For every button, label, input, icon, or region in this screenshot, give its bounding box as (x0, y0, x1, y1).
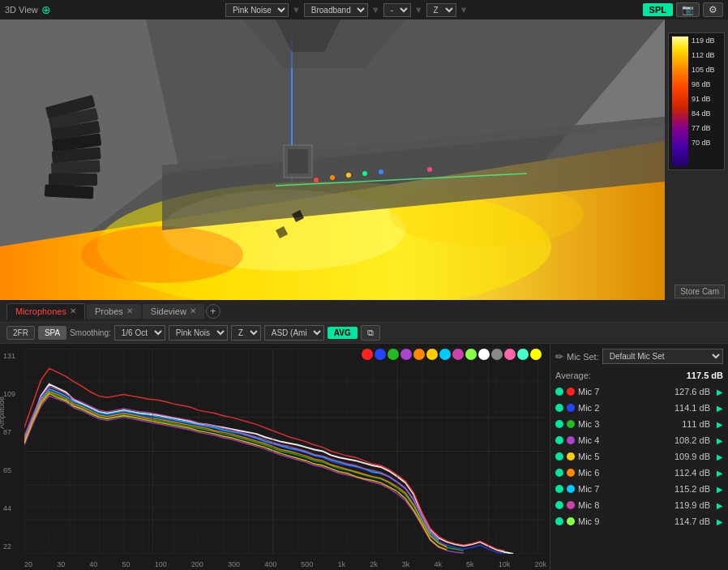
mic-color-dot-6 (567, 485, 575, 493)
x-label-10k: 10k (499, 560, 511, 568)
mic-name-4: Mic 5 (578, 452, 671, 461)
svg-point-24 (427, 167, 432, 172)
mic-row-6[interactable]: Mic 7 115.2 dB ▶ (555, 482, 723, 495)
source-select-bottom[interactable]: Pink Nois (169, 325, 228, 341)
mic-active-dot-6 (555, 485, 563, 493)
tab-microphones[interactable]: Microphones ✕ (6, 303, 85, 319)
mic-value-0: 127.6 dB (674, 387, 710, 396)
pencil-icon[interactable]: ✏ (555, 351, 563, 362)
mic-value-1: 114.1 dB (674, 403, 710, 413)
legend-label-4: 91 dB (692, 95, 711, 103)
mic-set-row: ✏ Mic Set: Default Mic Set (555, 349, 723, 364)
chart-area: 131 109 87 65 44 22 Amplitude (0, 344, 550, 570)
freq-select[interactable]: - (383, 3, 411, 17)
mic-row-4[interactable]: Mic 5 109.9 dB ▶ (555, 450, 723, 463)
x-axis-labels: 20 30 40 50 100 200 300 400 500 1k 2k 3k… (24, 560, 546, 568)
mic-arrow-7[interactable]: ▶ (717, 501, 723, 510)
mic-arrow-3[interactable]: ▶ (717, 436, 723, 445)
swatch-1[interactable] (375, 349, 386, 360)
y-axis-labels: 131 109 87 65 44 22 (3, 352, 15, 551)
tab-probes-close[interactable]: ✕ (126, 306, 133, 315)
store-cam-button[interactable]: Store Cam (674, 285, 725, 298)
swatch-7[interactable] (452, 349, 464, 360)
mic-row-2[interactable]: Mic 3 111 dB ▶ (555, 418, 723, 431)
x-label-200: 200 (191, 560, 203, 568)
mic-active-dot-8 (555, 517, 563, 525)
x-label-20k: 20k (534, 560, 546, 568)
mic-active-dot-7 (555, 501, 563, 509)
tab-sideview[interactable]: Sideview ✕ (143, 304, 204, 319)
x-label-400: 400 (264, 560, 276, 568)
mic-row-3[interactable]: Mic 4 108.2 dB ▶ (555, 434, 723, 447)
right-panel: ✏ Mic Set: Default Mic Set Average: 117.… (550, 344, 728, 570)
mic-arrow-4[interactable]: ▶ (717, 452, 723, 461)
scene-canvas[interactable] (0, 19, 665, 300)
svg-rect-16 (45, 184, 94, 199)
mic-color-dot-1 (567, 404, 575, 412)
mic-set-label: Mic Set: (567, 352, 599, 362)
avg-button[interactable]: AVG (328, 327, 358, 339)
tab-probes[interactable]: Probes ✕ (87, 304, 141, 319)
average-label: Average: (555, 371, 591, 380)
add-tab-button[interactable]: + (206, 304, 221, 319)
z-select-bottom[interactable]: Z (231, 325, 261, 341)
mic-arrow-5[interactable]: ▶ (717, 469, 723, 478)
color-swatches-row (362, 349, 542, 360)
smoothing-label: Smoothing: (70, 328, 111, 337)
mic-row-7[interactable]: Mic 8 119.9 dB ▶ (555, 499, 723, 512)
mic-active-dot-2 (555, 420, 563, 428)
mic-name-2: Mic 3 (578, 419, 679, 429)
swatch-0[interactable] (362, 349, 373, 360)
swatch-13[interactable] (530, 349, 542, 360)
add-view-icon[interactable]: ⊕ (41, 3, 51, 16)
2fr-button[interactable]: 2FR (6, 326, 35, 340)
mic-name-5: Mic 6 (578, 468, 671, 478)
copy-icon-btn[interactable]: ⧉ (361, 325, 380, 341)
amplitude-axis-label: Amplitude (0, 396, 6, 428)
mic-row-5[interactable]: Mic 6 112.4 dB ▶ (555, 466, 723, 479)
settings-icon-btn[interactable]: ⚙ (703, 2, 723, 17)
swatch-6[interactable] (439, 349, 451, 360)
svg-rect-15 (49, 174, 97, 186)
mic-row-8[interactable]: Mic 9 114.7 dB ▶ (555, 515, 723, 528)
mic-active-dot-1 (555, 404, 563, 412)
x-label-30: 30 (57, 560, 65, 568)
band-select[interactable]: Broadband (304, 3, 368, 17)
svg-point-21 (346, 173, 351, 178)
mic-arrow-0[interactable]: ▶ (717, 388, 723, 396)
swatch-4[interactable] (413, 349, 425, 360)
tab-microphones-close[interactable]: ✕ (70, 306, 76, 315)
bottom-toolbar: 2FR SPA Smoothing: 1/6 Oct Pink Nois Z A… (0, 323, 728, 344)
tab-sideview-close[interactable]: ✕ (190, 306, 196, 315)
swatch-11[interactable] (504, 349, 516, 360)
swatch-10[interactable] (491, 349, 503, 360)
swatch-5[interactable] (426, 349, 438, 360)
mic-arrow-8[interactable]: ▶ (717, 517, 723, 526)
swatch-12[interactable] (517, 349, 529, 360)
swatch-8[interactable] (465, 349, 477, 360)
camera-icon-btn[interactable]: 📷 (676, 2, 700, 17)
mic-set-select[interactable]: Default Mic Set (602, 349, 723, 364)
view-label: 3D View (5, 5, 38, 15)
legend-label-0: 119 dB (692, 36, 715, 45)
mic-row-1[interactable]: Mic 2 114.1 dB ▶ (555, 401, 723, 414)
mic-arrow-1[interactable]: ▶ (717, 404, 723, 413)
mic-name-7: Mic 8 (578, 500, 671, 510)
source-select[interactable]: Pink Noise (225, 3, 289, 17)
svg-point-22 (362, 171, 367, 176)
mic-arrow-6[interactable]: ▶ (717, 485, 723, 494)
mic-arrow-2[interactable]: ▶ (717, 420, 723, 429)
z-select-top[interactable]: Z (426, 3, 456, 17)
y-label-65: 65 (3, 466, 15, 474)
swatch-3[interactable] (400, 349, 412, 360)
smoothing-select[interactable]: 1/6 Oct (114, 325, 165, 341)
swatch-9[interactable] (478, 349, 490, 360)
spa-button[interactable]: SPA (38, 326, 66, 340)
swatch-2[interactable] (388, 349, 399, 360)
mic-row-0[interactable]: Mic 7 127.6 dB ▶ (555, 385, 723, 398)
svg-point-23 (379, 169, 383, 174)
mic-name-8: Mic 9 (578, 516, 671, 526)
spl-button[interactable]: SPL (643, 3, 673, 16)
asd-select[interactable]: ASD (Ami (264, 325, 324, 341)
tab-sideview-label: Sideview (151, 306, 186, 316)
